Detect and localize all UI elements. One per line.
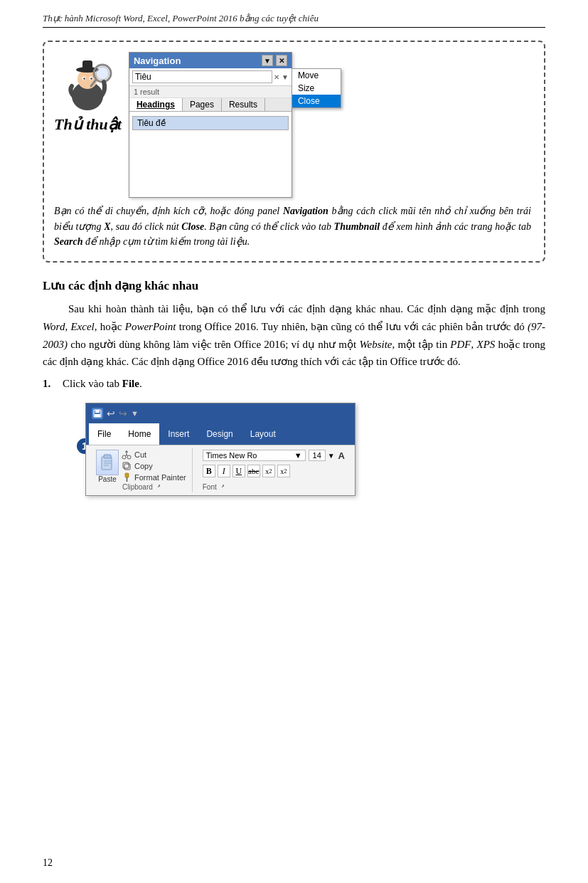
clipboard-group: Paste <box>90 448 193 492</box>
copy-icon <box>122 461 132 471</box>
svg-rect-27 <box>125 473 129 477</box>
copy-label: Copy <box>134 462 153 470</box>
cut-label: Cut <box>134 450 146 459</box>
context-move[interactable]: Move <box>292 69 341 82</box>
svg-point-7 <box>90 78 92 79</box>
nav-search-row: ✕ ▼ Move Size Close <box>129 68 292 86</box>
ribbon-screenshot: ↩ ↪ ▼ File Home Insert Design Layout <box>85 403 356 496</box>
nav-dropdown-btn[interactable]: ▼ <box>262 55 273 66</box>
font-group: Times New Ro ▼ 14 ▼ A B I <box>197 448 351 492</box>
cut-button[interactable]: Cut <box>122 450 186 460</box>
format-painter-icon <box>122 472 132 482</box>
nav-tab-results[interactable]: Results <box>222 98 265 111</box>
step-number: 1. <box>43 378 63 390</box>
clipboard-label: Clipboard <box>122 483 160 491</box>
font-grow-icon[interactable]: A <box>338 450 345 461</box>
bold-button[interactable]: B <box>203 465 215 477</box>
copy-button[interactable]: Copy <box>122 461 186 471</box>
paste-button[interactable]: Paste <box>96 450 119 483</box>
tip-bold-x: X <box>104 221 110 232</box>
svg-rect-13 <box>95 414 100 417</box>
page-header: Thực hành Microsoft Word, Excel, PowerPo… <box>43 13 545 28</box>
header-text: Thực hành Microsoft Word, Excel, PowerPo… <box>43 13 319 23</box>
tip-text-3: , sau đó click nút <box>111 221 182 232</box>
svg-line-22 <box>127 455 128 456</box>
format-painter-label: Format Painter <box>134 473 186 482</box>
strikethrough-button[interactable]: abc <box>247 465 260 477</box>
font-size-dropdown: ▼ <box>328 452 335 460</box>
step-text: Click vào tab File. <box>63 378 142 390</box>
svg-point-9 <box>96 67 109 80</box>
undo-icon: ↩ <box>107 408 115 420</box>
ribbon-tab-file[interactable]: File <box>89 423 119 445</box>
superscript-button[interactable]: x2 <box>277 465 290 477</box>
tip-title: Thủ thuật <box>54 115 122 134</box>
ribbon-title-bar: ↩ ↪ ▼ <box>86 403 355 423</box>
tip-box: Thủ thuật Navigation ▼ ✕ ✕ ▼ <box>43 41 545 263</box>
paste-icon <box>96 450 119 475</box>
navigation-panel: Navigation ▼ ✕ ✕ ▼ Move Size <box>129 52 292 198</box>
ribbon-body: Paste <box>86 445 355 495</box>
context-size[interactable]: Size <box>292 82 341 95</box>
ribbon-screenshot-wrapper: 1 ↩ ↪ ▼ <box>85 396 356 496</box>
font-name-row: Times New Ro ▼ 14 ▼ A <box>203 450 345 461</box>
nav-result-count: 1 result <box>129 86 292 98</box>
mascot-icon <box>61 52 114 112</box>
context-close[interactable]: Close <box>292 95 341 107</box>
body-paragraph: Sau khi hoàn thành tài liệu, bạn có thể … <box>43 300 545 371</box>
font-size-select[interactable]: 14 <box>309 450 326 461</box>
nav-close-btn[interactable]: ✕ <box>276 55 287 66</box>
nav-heading-item[interactable]: Tiêu đề <box>132 116 289 130</box>
nav-search-arrow-icon: ✕ ▼ <box>274 73 289 81</box>
redo-icon: ↪ <box>119 408 127 420</box>
tip-bold-close: Close <box>181 221 204 232</box>
clipboard-expand-icon[interactable] <box>154 485 160 490</box>
nav-content: Tiêu đề <box>129 112 292 197</box>
nav-tab-headings[interactable]: Headings <box>129 98 183 111</box>
font-name-select[interactable]: Times New Ro ▼ <box>203 450 306 461</box>
nav-panel-title: Navigation <box>134 55 181 66</box>
cut-icon <box>122 450 132 460</box>
ribbon-tab-insert[interactable]: Insert <box>159 423 198 445</box>
format-painter-button[interactable]: Format Painter <box>122 472 186 482</box>
ribbon-tab-layout[interactable]: Layout <box>242 423 284 445</box>
step-1: 1. Click vào tab File. <box>43 378 545 390</box>
page: Thực hành Microsoft Word, Excel, PowerPo… <box>0 0 588 883</box>
ribbon-tab-home[interactable]: Home <box>119 423 159 445</box>
nav-search-input[interactable] <box>132 70 272 83</box>
svg-rect-25 <box>124 464 130 470</box>
font-size-value: 14 <box>313 451 321 460</box>
tip-bold-search: Search <box>54 236 82 247</box>
context-menu: Move Size Close <box>292 68 341 108</box>
tip-bold-thumbnail: Thumbnail <box>334 221 380 232</box>
ribbon-title-icons: ↩ ↪ ▼ <box>92 408 139 420</box>
subscript-button[interactable]: x2 <box>262 465 275 477</box>
nav-tab-pages[interactable]: Pages <box>183 98 222 111</box>
section-heading: Lưu các định dạng khác nhau <box>43 278 545 293</box>
font-label: Font <box>203 483 224 491</box>
tip-bold-navigation: Navigation <box>283 206 328 216</box>
paragraph-text: Sau khi hoàn thành tài liệu, bạn có thể … <box>43 303 545 367</box>
nav-panel-titlebar: Navigation ▼ ✕ <box>129 53 292 68</box>
font-name-value: Times New Ro <box>206 451 257 460</box>
font-expand-icon[interactable] <box>218 485 224 490</box>
tip-text-6: để nhập cụm từ tìm kiếm trong tài liệu. <box>82 236 250 247</box>
format-buttons-row: B I U abc x2 x2 <box>203 465 345 477</box>
tip-text-1: Bạn có thể di chuyển, định kích cỡ, hoặc… <box>54 206 283 216</box>
ribbon-tab-design[interactable]: Design <box>198 423 241 445</box>
font-name-dropdown: ▼ <box>294 451 302 460</box>
svg-rect-26 <box>123 462 129 468</box>
italic-button[interactable]: I <box>218 465 230 477</box>
nav-tabs: Headings Pages Results <box>129 98 292 112</box>
svg-rect-15 <box>104 455 111 458</box>
svg-rect-3 <box>82 60 92 70</box>
ribbon-tabs-row: File Home Insert Design Layout <box>86 423 355 445</box>
save-icon <box>92 408 103 419</box>
tip-text: Bạn có thể di chuyển, định kích cỡ, hoặc… <box>54 203 531 250</box>
tip-text-5: để xem hình ảnh các trang hoặc tab <box>380 221 531 232</box>
clipboard-buttons: Cut Copy <box>122 450 186 482</box>
tip-text-4: . Bạn cũng có thể click vào tab <box>204 221 333 232</box>
paste-label: Paste <box>98 475 117 483</box>
svg-point-6 <box>83 78 85 79</box>
underline-button[interactable]: U <box>232 465 245 477</box>
